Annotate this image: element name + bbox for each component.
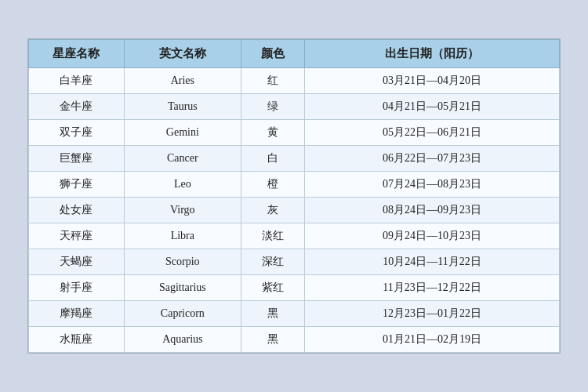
cell-en: Taurus	[124, 94, 241, 120]
cell-en: Aries	[124, 68, 241, 94]
cell-date: 12月23日—01月22日	[305, 301, 560, 327]
table-row: 金牛座Taurus绿04月21日—05月21日	[29, 94, 560, 120]
cell-date: 10月24日—11月22日	[305, 249, 560, 275]
cell-date: 03月21日—04月20日	[305, 68, 560, 94]
cell-cn: 射手座	[29, 275, 125, 301]
cell-en: Capricorn	[124, 301, 241, 327]
cell-en: Leo	[124, 172, 241, 198]
cell-color: 白	[241, 146, 304, 172]
cell-cn: 狮子座	[29, 172, 125, 198]
cell-en: Sagittarius	[124, 275, 241, 301]
cell-cn: 双子座	[29, 120, 125, 146]
zodiac-table-container: 星座名称 英文名称 颜色 出生日期（阳历） 白羊座Aries红03月21日—04…	[27, 38, 561, 354]
cell-cn: 处女座	[29, 198, 125, 223]
table-row: 巨蟹座Cancer白06月22日—07月23日	[29, 146, 560, 172]
cell-en: Gemini	[124, 120, 241, 146]
table-row: 天蝎座Scorpio深红10月24日—11月22日	[29, 249, 560, 275]
header-color: 颜色	[241, 40, 304, 68]
table-row: 射手座Sagittarius紫红11月23日—12月22日	[29, 275, 560, 301]
cell-en: Libra	[124, 223, 241, 249]
cell-cn: 金牛座	[29, 94, 125, 120]
cell-color: 紫红	[241, 275, 304, 301]
header-cn: 星座名称	[29, 40, 125, 68]
cell-date: 08月24日—09月23日	[305, 198, 560, 223]
cell-color: 黑	[241, 327, 304, 353]
cell-date: 09月24日—10月23日	[305, 223, 560, 249]
cell-cn: 水瓶座	[29, 327, 125, 353]
zodiac-table: 星座名称 英文名称 颜色 出生日期（阳历） 白羊座Aries红03月21日—04…	[28, 39, 560, 353]
cell-color: 灰	[241, 198, 304, 223]
cell-date: 04月21日—05月21日	[305, 94, 560, 120]
cell-cn: 天秤座	[29, 223, 125, 249]
cell-cn: 天蝎座	[29, 249, 125, 275]
cell-date: 07月24日—08月23日	[305, 172, 560, 198]
cell-color: 橙	[241, 172, 304, 198]
table-row: 天秤座Libra淡红09月24日—10月23日	[29, 223, 560, 249]
cell-color: 黑	[241, 301, 304, 327]
table-header-row: 星座名称 英文名称 颜色 出生日期（阳历）	[29, 40, 560, 68]
cell-cn: 巨蟹座	[29, 146, 125, 172]
cell-color: 绿	[241, 94, 304, 120]
cell-en: Virgo	[124, 198, 241, 223]
cell-en: Cancer	[124, 146, 241, 172]
cell-en: Scorpio	[124, 249, 241, 275]
cell-cn: 白羊座	[29, 68, 125, 94]
cell-date: 06月22日—07月23日	[305, 146, 560, 172]
cell-date: 11月23日—12月22日	[305, 275, 560, 301]
cell-color: 黄	[241, 120, 304, 146]
table-row: 摩羯座Capricorn黑12月23日—01月22日	[29, 301, 560, 327]
cell-date: 05月22日—06月21日	[305, 120, 560, 146]
cell-cn: 摩羯座	[29, 301, 125, 327]
cell-date: 01月21日—02月19日	[305, 327, 560, 353]
header-date: 出生日期（阳历）	[305, 40, 560, 68]
table-row: 水瓶座Aquarius黑01月21日—02月19日	[29, 327, 560, 353]
table-row: 狮子座Leo橙07月24日—08月23日	[29, 172, 560, 198]
cell-color: 淡红	[241, 223, 304, 249]
table-row: 白羊座Aries红03月21日—04月20日	[29, 68, 560, 94]
table-row: 处女座Virgo灰08月24日—09月23日	[29, 198, 560, 223]
table-row: 双子座Gemini黄05月22日—06月21日	[29, 120, 560, 146]
header-en: 英文名称	[124, 40, 241, 68]
cell-color: 红	[241, 68, 304, 94]
cell-en: Aquarius	[124, 327, 241, 353]
cell-color: 深红	[241, 249, 304, 275]
